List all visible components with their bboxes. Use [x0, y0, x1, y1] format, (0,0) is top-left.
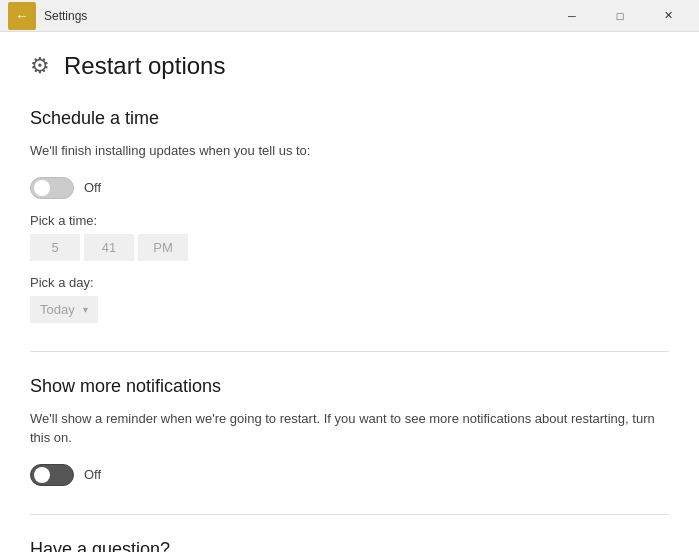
minimize-button[interactable]: ─	[549, 2, 595, 30]
back-button[interactable]: ←	[8, 2, 36, 30]
pick-day-label: Pick a day:	[30, 275, 669, 290]
schedule-toggle-label: Off	[84, 180, 101, 195]
main-content: ⚙ Restart options Schedule a time We'll …	[0, 32, 699, 552]
notifications-toggle-label: Off	[84, 467, 101, 482]
schedule-toggle[interactable]	[30, 177, 74, 199]
section-divider	[30, 351, 669, 352]
time-pickers: 5 41 PM	[30, 234, 669, 261]
chevron-down-icon: ▾	[83, 304, 88, 315]
pick-time-label: Pick a time:	[30, 213, 669, 228]
section-divider-2	[30, 514, 669, 515]
day-picker-button[interactable]: Today ▾	[30, 296, 98, 323]
time-ampm-box[interactable]: PM	[138, 234, 188, 261]
notifications-description: We'll show a reminder when we're going t…	[30, 409, 669, 448]
time-minute-box[interactable]: 41	[84, 234, 134, 261]
title-bar-title: Settings	[44, 9, 549, 23]
close-button[interactable]: ✕	[645, 2, 691, 30]
schedule-toggle-knob	[34, 180, 50, 196]
notifications-toggle-knob	[34, 467, 50, 483]
question-section-title: Have a question?	[30, 539, 669, 553]
notifications-section: Show more notifications We'll show a rem…	[30, 376, 669, 486]
title-bar: ← Settings ─ □ ✕	[0, 0, 699, 32]
window-controls: ─ □ ✕	[549, 2, 691, 30]
question-section: Have a question?	[30, 539, 669, 553]
schedule-section-title: Schedule a time	[30, 108, 669, 129]
back-arrow-icon: ←	[15, 8, 29, 24]
page-title: Restart options	[64, 52, 225, 80]
time-hour-box[interactable]: 5	[30, 234, 80, 261]
gear-icon: ⚙	[30, 53, 50, 79]
schedule-description: We'll finish installing updates when you…	[30, 141, 669, 161]
restore-button[interactable]: □	[597, 2, 643, 30]
page-header: ⚙ Restart options	[30, 52, 669, 80]
notifications-toggle[interactable]	[30, 464, 74, 486]
schedule-section: Schedule a time We'll finish installing …	[30, 108, 669, 323]
notifications-section-title: Show more notifications	[30, 376, 669, 397]
day-picker-value: Today	[40, 302, 75, 317]
notifications-toggle-row: Off	[30, 464, 669, 486]
schedule-toggle-row: Off	[30, 177, 669, 199]
